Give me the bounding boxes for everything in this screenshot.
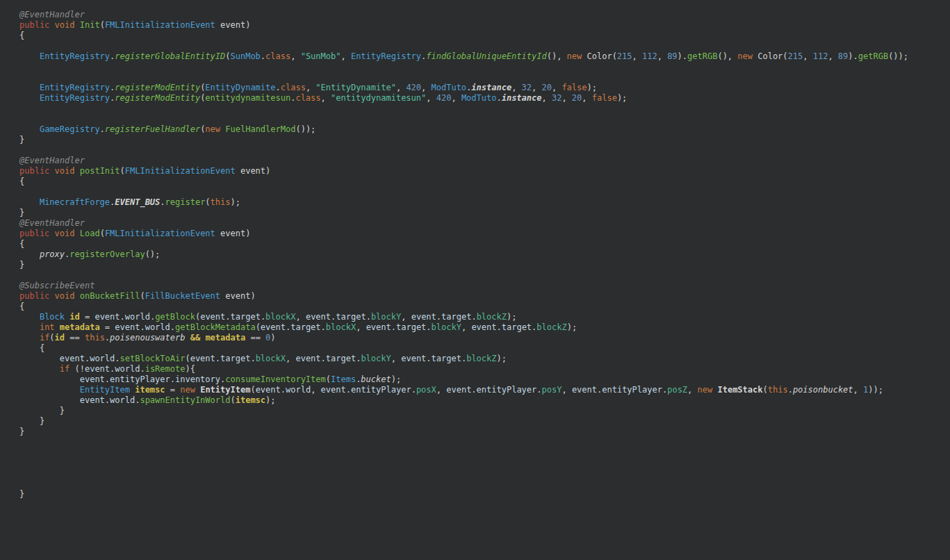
code-line[interactable]: { [19,176,950,187]
code-line[interactable]: } [19,406,950,416]
code-token: ModTuto [461,93,497,103]
code-line[interactable]: { [19,31,950,41]
code-token: , [436,385,446,395]
code-token: , [853,385,863,395]
code-line[interactable]: event.world.setBlockToAir(event.target.b… [19,354,950,364]
code-token: . [426,322,431,332]
code-line[interactable]: event.entityPlayer.inventory.consumeInve… [19,374,950,385]
code-token: void [55,166,75,176]
code-line[interactable]: public void Init(FMLInitializationEvent … [19,20,950,31]
code-line[interactable]: public void Load(FMLInitializationEvent … [19,229,950,239]
code-token [19,395,80,405]
code-token: @SubscribeEvent [19,281,95,290]
code-token: . [537,385,541,395]
code-token: . [497,322,502,332]
code-line[interactable] [19,72,950,83]
code-line[interactable]: } [19,427,950,437]
code-line[interactable] [19,270,950,281]
code-line[interactable]: MinecraftForge.EVENT_BUS.register(this); [19,197,950,208]
code-line[interactable]: proxy.registerOverlay(); [19,249,950,260]
code-token: . [281,385,286,395]
code-line[interactable]: } [19,416,950,427]
code-line[interactable]: public void postInit(FMLInitializationEv… [19,166,950,176]
code-line[interactable] [19,114,950,124]
code-token: target [290,322,320,332]
code-token: } [19,135,24,145]
code-token: entityPlayer [477,385,537,395]
code-token: FMLInitializationEvent [105,20,215,30]
code-token: new [567,51,582,61]
code-token: event [80,374,105,384]
code-token: registerOverlay [69,249,145,259]
code-line[interactable]: int metadata = event.world.getBlockMetad… [19,322,950,333]
code-line[interactable]: Block id = event.world.getBlock(event.ta… [19,312,950,322]
code-line[interactable]: @EventHandler [19,218,950,229]
code-token: bucket [361,374,391,384]
code-token: void [55,229,75,238]
code-token: ()); [295,124,316,134]
code-line[interactable] [19,145,950,156]
code-text-area[interactable]: @EventHandlerpublic void Init(FMLInitial… [19,10,950,500]
code-token [19,364,60,374]
code-token: class [281,83,306,92]
code-line[interactable]: if (!event.world.isRemote){ [19,364,950,374]
code-token: . [105,374,110,384]
code-token: event [60,354,85,363]
code-token: } [19,406,65,415]
code-token [49,229,54,238]
code-line[interactable] [19,458,950,468]
code-line[interactable]: EntityRegistry.registerModEntity(EntityD… [19,83,950,93]
code-line[interactable]: EntityRegistry.registerGlobalEntityID(Su… [19,51,950,62]
code-line[interactable]: @SubscribeEvent [19,281,950,291]
code-line[interactable]: if(id == this.poisenouswaterb && metadat… [19,333,950,343]
code-token: world [110,395,135,405]
code-line[interactable]: EntityItem itemsc = new EntityItem(event… [19,385,950,395]
code-token: { [19,302,24,311]
code-token: EVENT_BUS [115,197,160,207]
code-token: event [321,385,346,395]
code-token: } [19,208,24,217]
code-token: getBlockMetadata [175,322,256,332]
code-line[interactable]: @EventHandler [19,156,950,166]
code-token: (), [717,51,737,61]
code-line[interactable]: event.world.spawnEntityInWorld(itemsc); [19,395,950,406]
code-token: SunMob [230,51,260,61]
code-line[interactable]: { [19,343,950,354]
code-line[interactable] [19,104,950,114]
code-line[interactable]: public void onBucketFill(FillBucketEvent… [19,291,950,302]
code-line[interactable] [19,447,950,458]
code-token: Items [331,374,356,384]
code-line[interactable] [19,41,950,51]
code-token: 112 [813,51,828,61]
code-token: ( [100,20,105,30]
code-line[interactable]: } [19,208,950,218]
code-line[interactable]: } [19,260,950,270]
code-token: posZ [667,385,687,395]
code-line[interactable] [19,62,950,72]
code-line[interactable] [19,479,950,489]
code-line[interactable] [19,437,950,447]
code-line[interactable]: EntityRegistry.registerModEntity(entityd… [19,93,950,104]
code-token: if [40,333,49,343]
code-line[interactable] [19,187,950,197]
code-line[interactable]: } [19,489,950,500]
code-token: . [105,333,110,343]
code-token: , [356,322,366,332]
code-token: @EventHandler [19,10,85,19]
code-line[interactable]: GameRegistry.registerFuelHandler(new Fue… [19,124,950,135]
code-token: void [55,291,75,301]
code-token: { [19,31,24,40]
code-line[interactable] [19,468,950,479]
code-line[interactable]: @EventHandler [19,10,950,20]
code-line[interactable]: { [19,239,950,249]
code-token: @EventHandler [19,156,85,165]
code-token: . [366,312,371,322]
code-editor[interactable]: @EventHandlerpublic void Init(FMLInitial… [0,0,950,560]
code-token: EntityRegistry [40,93,110,103]
code-token: FMLInitializationEvent [125,166,236,176]
code-token: && [190,333,200,343]
code-token: . [276,83,281,92]
code-token: , [552,83,562,92]
code-line[interactable]: } [19,135,950,145]
code-line[interactable]: { [19,302,950,312]
